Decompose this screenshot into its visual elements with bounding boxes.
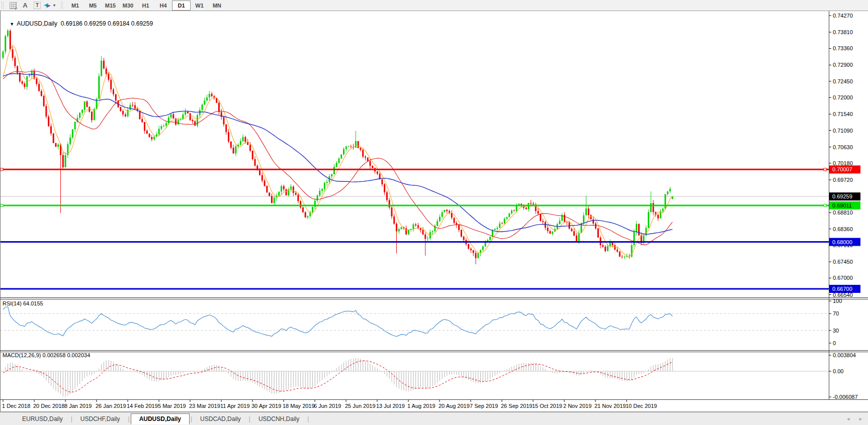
mt4-window: 0.742700.738100.733600.729000.724500.720… [0,0,868,425]
svg-text:0.70630: 0.70630 [833,144,853,150]
toolbar: F A T ▾ M1M5M15M30H1H4D1W1MN [0,0,868,11]
svg-text:11 Apr 2019: 11 Apr 2019 [220,403,250,409]
timeframe-group: M1M5M15M30H1H4D1W1MN [66,1,226,11]
svg-text:0.73810: 0.73810 [833,29,853,35]
svg-text:10 Dec 2019: 10 Dec 2019 [626,403,657,409]
chart-tabs: EURUSD,Daily|USDCHF,Daily|AUDUSD,Daily|U… [15,412,310,425]
grid-dots-icon: F [10,2,17,9]
timeframe-button-d1[interactable]: D1 [172,1,191,11]
tab-separator: | [70,415,73,422]
letter-t-icon: T [34,2,41,9]
svg-text:0: 0 [833,340,836,346]
svg-text:13 Jul 2019: 13 Jul 2019 [376,403,405,409]
svg-text:1 Dec 2018: 1 Dec 2018 [2,403,30,409]
svg-text:0.71090: 0.71090 [833,128,853,134]
tab-separator: | [127,415,131,422]
svg-text:26 Jan 2019: 26 Jan 2019 [96,403,126,409]
svg-text:8 Jan 2019: 8 Jan 2019 [64,403,92,409]
timeframe-button-m1[interactable]: M1 [66,1,84,10]
svg-text:0.00: 0.00 [833,368,843,374]
timeframe-button-mn[interactable]: MN [208,1,226,10]
chart-tab-audusd[interactable]: AUDUSD,Daily [131,413,190,424]
svg-text:1 Aug 2019: 1 Aug 2019 [407,403,436,409]
chart-ohlc-values: 0.69186 0.69259 0.69184 0.69259 [61,20,153,27]
svg-text:0.69011: 0.69011 [832,202,852,208]
tab-scroll-right-icon[interactable]: ► [858,416,863,421]
svg-text:5 Mar 2019: 5 Mar 2019 [158,403,186,409]
chart-canvas[interactable]: 0.742700.738100.733600.729000.724500.720… [0,0,868,425]
timeframe-button-m5[interactable]: M5 [84,1,102,10]
svg-text:2 Nov 2019: 2 Nov 2019 [563,403,591,409]
svg-text:23 Mar 2019: 23 Mar 2019 [189,403,220,409]
svg-text:0.66700: 0.66700 [832,286,852,292]
svg-text:20 Aug 2019: 20 Aug 2019 [439,403,470,409]
chart-tab-bar: EURUSD,Daily|USDCHF,Daily|AUDUSD,Daily|U… [0,412,868,425]
svg-text:21 Nov 2019: 21 Nov 2019 [594,403,626,409]
svg-text:0.72000: 0.72000 [833,94,853,100]
svg-text:0.73360: 0.73360 [833,45,853,51]
svg-text:0.70180: 0.70180 [833,160,853,166]
svg-text:0.69259: 0.69259 [832,193,852,199]
tab-scroll-controls: ◄ ► [846,412,863,425]
timeframe-button-w1[interactable]: W1 [191,1,208,10]
svg-text:0.68000: 0.68000 [832,239,852,245]
macd-indicator-label: MACD(12,26,9) 0.002658 0.002034 [3,352,90,358]
svg-text:0.71540: 0.71540 [833,111,853,117]
arrow-tools-button[interactable]: ▾ [44,1,55,10]
svg-text:0.70007: 0.70007 [832,166,852,172]
timeframe-button-m30[interactable]: M30 [119,1,137,10]
chart-tab-eurusd[interactable]: EURUSD,Daily [15,413,70,424]
toolbar-grip[interactable] [2,2,4,9]
svg-text:7 Sep 2019: 7 Sep 2019 [470,403,498,409]
svg-text:0.74270: 0.74270 [833,13,853,19]
svg-text:70: 70 [833,310,839,316]
svg-text:15 Oct 2019: 15 Oct 2019 [532,403,562,409]
chart-dropdown-icon[interactable]: ▼ [10,22,14,27]
chart-tab-usdcnh[interactable]: USDCNH,Daily [251,413,306,424]
svg-text:18 May 2019: 18 May 2019 [283,403,315,409]
letter-a-icon: A [23,2,27,9]
timeframe-button-h1[interactable]: H1 [137,1,154,10]
tab-separator: | [248,415,251,422]
text-label-tool-button[interactable]: A [20,1,31,10]
toolbar-grip-2[interactable] [61,2,63,9]
chart-symbol-label: AUDUSD,Daily [17,20,57,27]
svg-text:0.68810: 0.68810 [833,209,853,216]
svg-text:0.72900: 0.72900 [833,62,853,68]
svg-text:30 Apr 2019: 30 Apr 2019 [251,403,281,409]
svg-text:6 Jun 2019: 6 Jun 2019 [314,403,341,409]
chart-tab-usdchf[interactable]: USDCHF,Daily [73,413,127,424]
timeframe-button-m15[interactable]: M15 [102,1,119,10]
timeframe-button-h4[interactable]: H4 [154,1,172,10]
line-studies-icon[interactable]: F [8,1,19,10]
svg-text:0.67000: 0.67000 [833,275,853,281]
svg-text:25 Jun 2019: 25 Jun 2019 [345,403,376,409]
tab-separator: | [190,415,193,422]
svg-text:0.72450: 0.72450 [833,78,853,84]
colored-arrows-icon [44,2,52,9]
svg-text:0.68360: 0.68360 [833,226,853,232]
tab-separator: | [306,415,310,422]
chart-tab-usdcad[interactable]: USDCAD,Daily [193,413,248,424]
svg-text:100: 100 [833,298,842,304]
svg-text:-0.006087: -0.006087 [833,394,858,400]
svg-text:0.003804: 0.003804 [833,352,856,358]
svg-text:26 Sep 2019: 26 Sep 2019 [501,403,532,409]
text-box-tool-button[interactable]: T [32,1,43,10]
svg-text:20 Dec 2018: 20 Dec 2018 [33,403,64,409]
rsi-indicator-label: RSI(14) 64.0155 [3,300,43,306]
svg-text:30: 30 [833,328,839,334]
svg-text:0.69720: 0.69720 [833,177,853,183]
svg-text:0.67450: 0.67450 [833,259,853,265]
tab-scroll-left-icon[interactable]: ◄ [846,416,850,421]
dropdown-caret-icon: ▾ [53,3,55,8]
chart-title: ▼AUDUSD,Daily 0.69186 0.69259 0.69184 0.… [3,13,153,34]
svg-text:14 Feb 2019: 14 Feb 2019 [127,403,158,409]
